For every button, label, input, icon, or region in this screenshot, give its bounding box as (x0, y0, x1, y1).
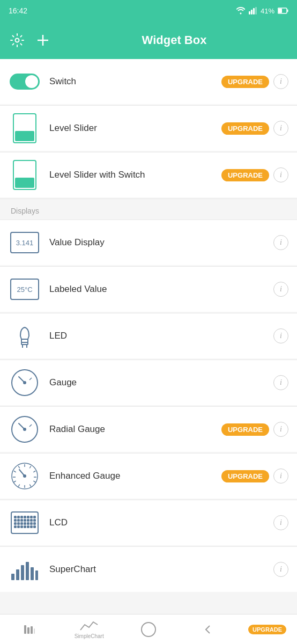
widget-item-level-slider-switch[interactable]: Level Slider with Switch UPGRADE i (0, 152, 297, 197)
svg-rect-38 (14, 516, 16, 518)
settings-icon[interactable] (9, 32, 26, 49)
widget-name-enhanced-gauge: Enhanced Gauge (49, 471, 221, 481)
battery-text: 41% (261, 7, 274, 15)
svg-line-24 (29, 466, 31, 468)
labeled-value-text: 25°C (17, 286, 32, 294)
status-right: 41% (236, 7, 288, 15)
signal-icon (249, 7, 257, 14)
svg-rect-40 (21, 516, 23, 518)
svg-rect-54 (21, 523, 23, 524)
value-display-icon-box: 3.141 (9, 226, 41, 259)
displays-section-header: Displays (0, 199, 297, 219)
svg-rect-60 (18, 526, 19, 528)
svg-rect-63 (27, 526, 29, 528)
page-title: Widget Box (60, 33, 288, 47)
svg-line-28 (29, 485, 31, 487)
info-btn-gauge[interactable]: i (273, 375, 288, 390)
level-slider-icon-box (9, 112, 41, 144)
svg-rect-58 (34, 523, 35, 524)
svg-rect-67 (16, 569, 19, 580)
svg-rect-56 (27, 523, 29, 524)
widget-name-labeled-value: Labeled Value (49, 284, 273, 295)
info-btn-value-display[interactable]: i (273, 235, 288, 250)
gauge-icon (10, 368, 39, 397)
add-icon[interactable] (34, 32, 51, 49)
nav-back-icon (202, 623, 214, 636)
widget-item-enhanced-gauge[interactable]: Enhanced Gauge UPGRADE i (0, 453, 297, 499)
widget-item-radial-gauge[interactable]: Radial Gauge UPGRADE i (0, 407, 297, 452)
widget-name-lcd: LCD (49, 517, 273, 528)
lcd-icon-box (9, 507, 41, 539)
nav-lines-icon (23, 623, 36, 636)
svg-rect-51 (34, 519, 35, 521)
widget-item-switch[interactable]: Switch UPGRADE i (0, 59, 297, 104)
labeled-value-icon: 25°C (10, 279, 39, 300)
superchart-icon-box (9, 553, 41, 586)
gauge-icon-box (9, 367, 41, 399)
nav-upgrade-badge[interactable]: UPGRADE (248, 625, 286, 634)
widget-name-led: LED (49, 331, 273, 341)
level-fill (15, 131, 34, 141)
svg-rect-66 (11, 574, 14, 580)
level-slider-switch-icon (13, 160, 36, 190)
widget-item-value-display[interactable]: 3.141 Value Display i (0, 220, 297, 265)
info-btn-enhanced-gauge[interactable]: i (273, 469, 288, 484)
svg-rect-49 (27, 519, 29, 521)
nav-item-home[interactable] (119, 621, 179, 638)
widget-item-lcd[interactable]: LCD i (0, 500, 297, 545)
switch-icon (10, 74, 40, 90)
widget-item-level-slider[interactable]: Level Slider UPGRADE i (0, 106, 297, 151)
svg-rect-62 (24, 526, 26, 528)
svg-rect-3 (255, 7, 257, 14)
level-slider-icon (13, 113, 36, 143)
svg-rect-71 (35, 570, 38, 580)
info-btn-level-slider[interactable]: i (273, 121, 288, 136)
svg-rect-73 (27, 627, 29, 634)
svg-rect-6 (287, 10, 288, 12)
info-btn-superchart[interactable]: i (273, 562, 288, 577)
widget-item-led[interactable]: LED i (0, 313, 297, 358)
superchart-icon (10, 558, 39, 581)
widget-name-gauge: Gauge (49, 377, 273, 388)
info-btn-labeled-value[interactable]: i (273, 282, 288, 297)
info-btn-lcd[interactable]: i (273, 515, 288, 530)
lcd-icon (10, 511, 39, 535)
nav-simple-chart-label: SimpleChart (75, 633, 104, 639)
svg-rect-53 (18, 523, 19, 524)
upgrade-badge-enhanced-gauge[interactable]: UPGRADE (221, 470, 269, 482)
radial-gauge-icon (10, 415, 39, 444)
nav-item-lines[interactable] (0, 623, 60, 636)
upgrade-badge-switch[interactable]: UPGRADE (221, 76, 269, 88)
widget-item-gauge[interactable]: Gauge i (0, 360, 297, 405)
nav-item-upgrade[interactable]: UPGRADE (237, 625, 297, 634)
value-display-icon: 3.141 (10, 232, 39, 253)
svg-line-33 (14, 471, 16, 472)
nav-item-simple-chart[interactable]: SimpleChart (60, 619, 119, 639)
svg-rect-41 (24, 516, 26, 518)
info-btn-radial-gauge[interactable]: i (273, 422, 288, 437)
svg-line-31 (14, 481, 16, 482)
widget-item-labeled-value[interactable]: 25°C Labeled Value i (0, 267, 297, 312)
svg-rect-50 (31, 519, 32, 521)
upgrade-badge-level-slider[interactable]: UPGRADE (221, 122, 269, 135)
svg-rect-59 (14, 526, 16, 528)
level-fill-2 (15, 178, 34, 188)
svg-point-20 (23, 428, 26, 431)
nav-item-back[interactable] (178, 623, 237, 636)
upgrade-badge-level-slider-switch[interactable]: UPGRADE (221, 169, 269, 181)
led-icon-box (9, 320, 41, 352)
svg-line-34 (18, 466, 19, 468)
svg-rect-55 (24, 523, 26, 524)
widget-name-level-slider-switch: Level Slider with Switch (49, 170, 221, 180)
svg-rect-52 (14, 523, 16, 524)
info-btn-switch[interactable]: i (273, 74, 288, 89)
info-btn-level-slider-switch[interactable]: i (273, 167, 288, 182)
upgrade-badge-radial-gauge[interactable]: UPGRADE (221, 423, 269, 436)
widget-name-value-display: Value Display (49, 237, 273, 248)
svg-line-27 (33, 481, 35, 482)
info-btn-led[interactable]: i (273, 328, 288, 343)
svg-point-36 (23, 474, 26, 478)
svg-rect-46 (18, 519, 19, 521)
svg-rect-39 (18, 516, 19, 518)
widget-item-superchart[interactable]: SuperChart i (0, 547, 297, 592)
